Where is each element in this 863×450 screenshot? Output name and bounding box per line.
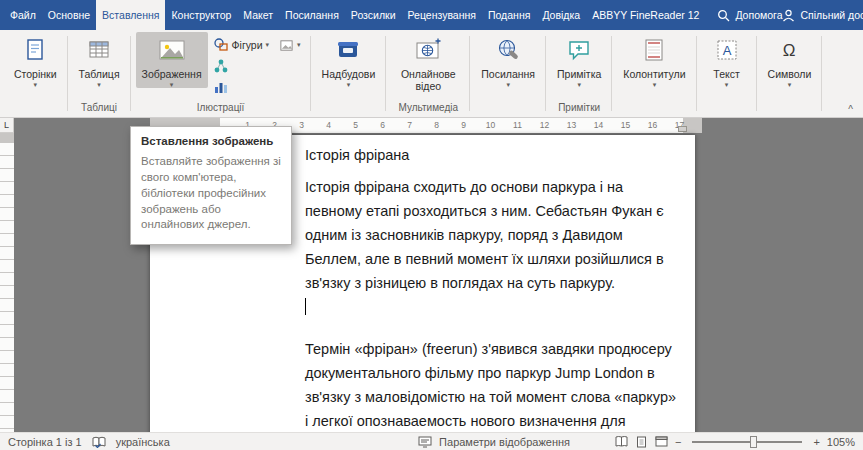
right-indent-marker[interactable]	[678, 126, 687, 132]
online-video-icon	[414, 35, 442, 65]
table-button[interactable]: Таблиця ▾	[73, 32, 126, 88]
document-paragraph-2[interactable]: Термін «фріран» (freerun) з'явився завдя…	[305, 337, 680, 432]
zoom-slider-handle[interactable]	[750, 436, 757, 448]
chevron-down-icon: ▾	[725, 81, 729, 88]
document-paragraph-1[interactable]: Історія фрірана сходить до основи паркур…	[305, 175, 680, 295]
ruler-number: 13	[558, 118, 585, 133]
smartart-button[interactable]	[211, 58, 231, 74]
chevron-down-icon: ▾	[577, 81, 581, 88]
pages-icon	[22, 35, 48, 65]
comment-icon	[566, 35, 592, 65]
ruler-number: 5	[342, 118, 369, 133]
pages-button[interactable]: Сторінки ▾	[8, 32, 63, 88]
ruler-number: 3	[288, 118, 315, 133]
page-indicator[interactable]: Сторінка 1 із 1	[8, 436, 82, 448]
status-bar-right: Параметри відображення − + 105%	[418, 436, 855, 448]
share-button[interactable]: Спільний доступ	[782, 0, 863, 30]
menu-tab-Основне[interactable]: Основне	[42, 0, 96, 30]
ribbon: Сторінки ▾ Таблиця ▾ Таблиці	[0, 30, 863, 118]
chevron-down-icon: ▾	[297, 41, 301, 49]
menu-tab-Макет[interactable]: Макет	[237, 0, 279, 30]
screenshot-icon	[279, 38, 294, 53]
text-button[interactable]: А Текст ▾	[702, 32, 752, 88]
ribbon-group-label-tables: Таблиці	[73, 101, 126, 117]
header-footer-button[interactable]: Колонтитули ▾	[617, 32, 691, 88]
links-button[interactable]: Посилання ▾	[475, 32, 541, 88]
web-layout-view-icon[interactable]	[655, 436, 668, 447]
vertical-ruler[interactable]	[0, 133, 14, 432]
document-heading[interactable]: Історія фрірана	[305, 143, 680, 167]
chevron-down-icon: ▾	[34, 81, 38, 88]
share-label: Спільний доступ	[800, 9, 863, 21]
header-footer-icon	[641, 35, 667, 65]
smartart-icon	[213, 58, 229, 74]
online-video-button[interactable]: Онлайнове відео	[391, 32, 465, 92]
view-switcher	[615, 436, 668, 448]
ribbon-group-label	[8, 101, 63, 117]
ruler-number: 9	[450, 118, 477, 133]
menu-tab-Розсилки[interactable]: Розсилки	[345, 0, 402, 30]
symbols-button[interactable]: Ω Символи ▾	[762, 32, 818, 88]
chevron-down-icon: ▾	[266, 41, 270, 49]
ribbon-group-comments: Примітка ▾ Примітки	[546, 30, 612, 117]
empty-paragraph[interactable]	[305, 295, 680, 319]
zoom-in-button[interactable]: +	[813, 436, 819, 448]
ribbon-group-label-media: Мультимедіа	[391, 101, 465, 117]
ruler-numbers: 1234567891011121314151617	[234, 118, 693, 133]
chevron-down-icon: ▾	[170, 81, 174, 88]
display-options-button[interactable]: Параметри відображення	[439, 436, 570, 448]
omega-icon: Ω	[776, 35, 802, 65]
read-mode-view-icon[interactable]	[615, 436, 628, 447]
addins-icon	[335, 35, 361, 65]
ribbon-group-label-comments: Примітки	[551, 101, 607, 117]
proofing-icon[interactable]	[92, 436, 106, 448]
screenshot-dropdown-button[interactable]: ▾	[277, 38, 303, 53]
menu-tab-Подання[interactable]: Подання	[482, 0, 536, 30]
zoom-slider[interactable]	[692, 441, 802, 443]
display-options-icon	[418, 436, 432, 448]
ribbon-group-label	[617, 101, 691, 117]
zoom-level[interactable]: 105%	[827, 436, 855, 448]
tell-me-search[interactable]: Допомога	[717, 0, 782, 30]
zoom-out-button[interactable]: −	[675, 436, 681, 448]
ribbon-group-tables: Таблиця ▾ Таблиці	[68, 30, 131, 117]
pictures-tooltip: Вставлення зображень Вставляйте зображен…	[130, 126, 292, 245]
addins-button[interactable]: Надбудови ▾	[316, 32, 382, 88]
ruler-number: 16	[639, 118, 666, 133]
ribbon-group-label	[762, 101, 818, 117]
chart-button[interactable]	[211, 79, 231, 95]
ribbon-group-header-footer: Колонтитули ▾	[612, 30, 696, 117]
chevron-down-icon: ▾	[788, 81, 792, 88]
ribbon-group-label	[316, 101, 382, 117]
print-layout-view-icon[interactable]	[636, 436, 647, 448]
menu-tab-Довідка[interactable]: Довідка	[536, 0, 586, 30]
ribbon-group-label	[475, 101, 541, 117]
menu-tab-Посилання[interactable]: Посилання	[279, 0, 345, 30]
ruler-number: 7	[396, 118, 423, 133]
shapes-button[interactable]: Фігури ▾	[211, 37, 272, 53]
chevron-down-icon: ▾	[97, 81, 101, 88]
menu-tab-Конструктор[interactable]: Конструктор	[165, 0, 237, 30]
menu-tab-Файл[interactable]: Файл	[4, 0, 42, 30]
comment-button[interactable]: Примітка ▾	[551, 32, 607, 88]
ruler-number: 8	[423, 118, 450, 133]
text-box-icon: А	[714, 35, 740, 65]
menu-tab-ABBYY FineReader 12[interactable]: ABBYY FineReader 12	[586, 0, 705, 30]
collapse-ribbon-button[interactable]: ^	[848, 104, 853, 115]
menu-tab-Рецензування[interactable]: Рецензування	[402, 0, 482, 30]
illustrations-small-buttons: Фігури ▾ ▾	[208, 32, 306, 95]
title-bar: ФайлОсновнеВставленняКонструкторМакетПос…	[0, 0, 863, 30]
language-indicator[interactable]: українська	[116, 436, 170, 448]
shapes-icon	[213, 37, 229, 53]
menu-tab-Вставлення[interactable]: Вставлення	[96, 0, 165, 30]
chart-icon	[213, 79, 229, 95]
page-text: Історія фрірана Історія фрірана сходить …	[305, 143, 680, 432]
vertical-ruler-text-area	[0, 143, 14, 432]
chevron-down-icon: ▾	[347, 81, 351, 88]
word-window: { "titlebar": { "tabs": ["Файл", "Основн…	[0, 0, 863, 450]
tooltip-title: Вставлення зображень	[141, 135, 281, 147]
ruler-number: 4	[315, 118, 342, 133]
tab-stop-selector[interactable]: L	[0, 118, 14, 133]
pictures-button[interactable]: Зображення ▾	[136, 32, 208, 88]
ribbon-insert-tab-content: Сторінки ▾ Таблиця ▾ Таблиці	[0, 30, 863, 117]
